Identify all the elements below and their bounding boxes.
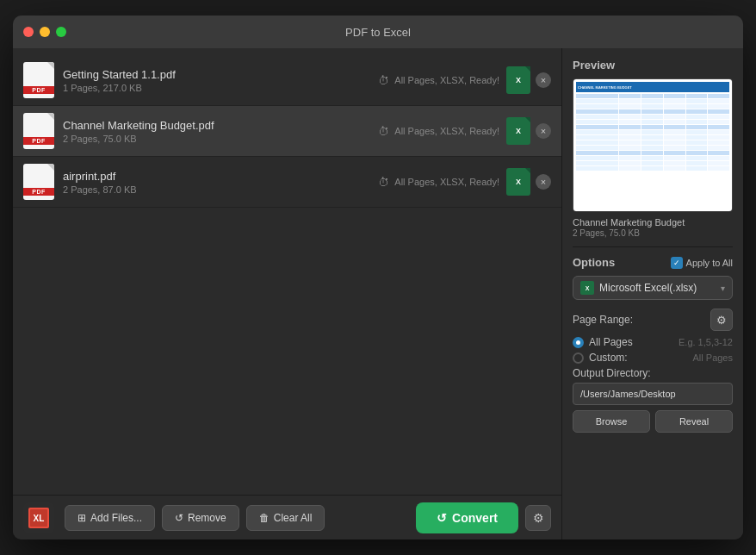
ss-cell — [619, 120, 641, 124]
pdf-icon-3: PDF — [23, 164, 54, 200]
preview-caption: Channel Marketing Budget 2 Pages, 75.0 K… — [573, 217, 733, 238]
add-files-button[interactable]: ⊞ Add Files... — [65, 505, 155, 531]
ss-cell — [576, 151, 618, 155]
ss-cell — [619, 135, 641, 140]
clock-icon-1: ⏱ — [378, 74, 389, 87]
ss-cell — [708, 130, 729, 134]
ss-cell — [664, 135, 685, 140]
ss-cell — [708, 135, 729, 140]
ss-row-h — [576, 94, 729, 98]
file-item-3[interactable]: PDF airprint.pdf 2 Pages, 87.0 KB ⏱ All … — [13, 157, 561, 208]
ss-cell — [641, 99, 663, 103]
file-meta-2: 2 Pages, 75.0 KB — [63, 134, 378, 144]
ss-cell — [576, 99, 618, 103]
clear-all-button[interactable]: 🗑 Clear All — [246, 505, 325, 531]
output-dir-value: /Users/James/Desktop — [580, 389, 676, 399]
traffic-lights — [23, 27, 66, 37]
output-dir-label: Output Directory: — [573, 367, 733, 379]
ss-cell — [664, 161, 685, 165]
ss-cell — [576, 120, 618, 124]
custom-row[interactable]: Custom: All Pages — [573, 352, 733, 364]
ss-cell — [641, 146, 663, 150]
remove-btn-2[interactable]: × — [536, 123, 551, 139]
ss-cell — [641, 161, 663, 165]
file-item-2[interactable]: PDF Channel Marketing Budget.pdf 2 Pages… — [13, 106, 561, 157]
clock-icon-3: ⏱ — [378, 176, 389, 189]
custom-radio[interactable] — [573, 352, 584, 364]
ss-cell — [686, 151, 708, 155]
ss-cell — [686, 140, 708, 145]
ss-cell — [576, 115, 618, 119]
app-icon: XL — [23, 502, 54, 533]
ss-cell — [576, 130, 618, 134]
ss-header: CHANNEL MARKETING BUDGET — [576, 82, 729, 92]
right-panel: Preview CHANNEL MARKETING BUDGET — [562, 48, 743, 539]
ss-row-11 — [576, 151, 729, 155]
ss-cell — [686, 120, 708, 124]
minimize-button[interactable] — [40, 27, 50, 37]
ss-row-5 — [576, 120, 729, 124]
gear-icon: ⚙ — [533, 511, 544, 525]
titlebar: PDF to Excel — [13, 16, 743, 48]
ss-header-text: CHANNEL MARKETING BUDGET — [578, 85, 632, 90]
format-select[interactable]: X Microsoft Excel(.xlsx) ▾ — [573, 276, 733, 300]
all-pages-row[interactable]: All Pages E.g. 1,5,3-12 — [573, 336, 733, 348]
file-info-2: Channel Marketing Budget.pdf 2 Pages, 75… — [63, 119, 378, 144]
remove-btn-3[interactable]: × — [536, 174, 551, 190]
ss-cell — [664, 99, 685, 103]
all-pages-radio[interactable] — [573, 337, 584, 348]
ss-cell — [664, 104, 685, 109]
ss-row-12 — [576, 156, 729, 160]
ss-cell — [708, 125, 729, 129]
convert-icon: ↺ — [437, 511, 447, 525]
file-item-1[interactable]: PDF Getting Started 1.1.pdf 1 Pages, 217… — [13, 55, 561, 106]
output-dir-section: Output Directory: /Users/James/Desktop B… — [573, 367, 733, 433]
all-pages-label: All Pages — [589, 336, 673, 348]
ss-cell — [686, 109, 708, 114]
ss-cell — [708, 146, 729, 150]
output-dir-field[interactable]: /Users/James/Desktop — [573, 383, 733, 405]
page-range-gear-button[interactable]: ⚙ — [710, 309, 733, 331]
pdf-icon-1: PDF — [23, 62, 54, 98]
ss-cell — [576, 135, 618, 140]
ss-cell — [641, 151, 663, 155]
page-range-label: Page Range: — [573, 314, 633, 326]
ss-cell — [576, 146, 618, 150]
status-text-2: All Pages, XLSX, Ready! — [394, 126, 499, 136]
ss-cell — [641, 109, 663, 114]
ss-rows — [576, 94, 729, 171]
apply-all-checkbox[interactable]: ✓ — [671, 257, 683, 269]
format-select-left: X Microsoft Excel(.xlsx) — [580, 281, 697, 295]
ss-cell — [641, 140, 663, 145]
ss-cell — [664, 140, 685, 145]
ss-cell — [619, 115, 641, 119]
ss-row-7 — [576, 130, 729, 134]
remove-button[interactable]: ↺ Remove — [162, 505, 239, 531]
ss-cell — [619, 146, 641, 150]
apply-all-check[interactable]: ✓ Apply to All — [671, 257, 733, 269]
convert-button[interactable]: ↺ Convert — [416, 502, 518, 533]
preview-title: Preview — [573, 59, 733, 72]
excel-icon-1: X — [506, 66, 530, 94]
remove-btn-1[interactable]: × — [536, 72, 551, 88]
close-button[interactable] — [23, 27, 34, 37]
ss-cell — [686, 161, 708, 165]
ss-cell — [686, 135, 708, 140]
ss-cell — [708, 151, 729, 155]
settings-button[interactable]: ⚙ — [525, 505, 551, 531]
file-info-3: airprint.pdf 2 Pages, 87.0 KB — [63, 170, 378, 195]
ss-cell — [664, 120, 685, 124]
file-meta-3: 2 Pages, 87.0 KB — [63, 184, 378, 195]
ss-cell — [664, 94, 685, 98]
ss-cell — [641, 115, 663, 119]
ss-cell — [641, 156, 663, 160]
ss-cell — [708, 104, 729, 109]
reveal-button[interactable]: Reveal — [655, 410, 733, 433]
format-label: Microsoft Excel(.xlsx) — [599, 282, 697, 294]
clear-all-label: Clear All — [274, 512, 313, 524]
ss-cell — [686, 146, 708, 150]
ss-cell — [619, 125, 641, 129]
browse-button[interactable]: Browse — [573, 410, 650, 433]
ss-cell — [708, 156, 729, 160]
maximize-button[interactable] — [56, 27, 66, 37]
